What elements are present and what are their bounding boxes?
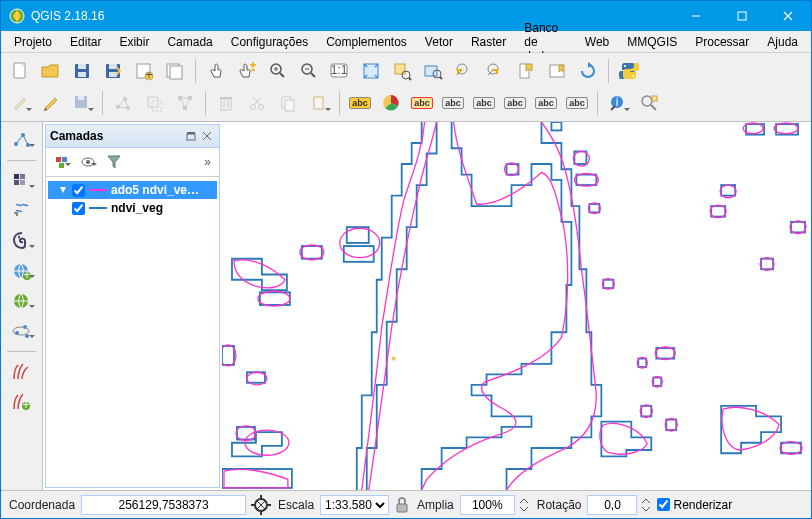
add-wms-button[interactable]: + <box>6 257 38 285</box>
pan-to-selection-button[interactable] <box>232 56 262 86</box>
svg-point-41 <box>116 105 120 109</box>
menu-vetor[interactable]: Vetor <box>416 33 462 51</box>
window-close-button[interactable] <box>765 1 811 31</box>
magnifier-label: Amplia <box>415 498 456 512</box>
rotation-down-icon[interactable] <box>641 505 651 513</box>
menu-projeto[interactable]: Projeto <box>5 33 61 51</box>
menu-web[interactable]: Web <box>576 33 618 51</box>
svg-rect-111 <box>641 406 651 417</box>
scale-lock-icon[interactable] <box>393 496 411 514</box>
layer-name-1: ndvi_veg <box>111 201 163 215</box>
layers-panel-header[interactable]: Camadas <box>46 125 219 148</box>
magnifier-up-icon[interactable] <box>519 497 529 505</box>
new-project-button[interactable] <box>5 56 35 86</box>
new-bookmark-button[interactable] <box>511 56 541 86</box>
menu-exibir[interactable]: Exibir <box>110 33 158 51</box>
map-canvas[interactable] <box>222 122 811 490</box>
add-virtual-layer-button[interactable] <box>6 317 38 345</box>
coord-input[interactable] <box>81 495 246 515</box>
layer-style-button[interactable] <box>50 151 74 173</box>
layer-node-1[interactable]: ndvi_veg <box>48 199 217 217</box>
svg-rect-56 <box>315 98 322 108</box>
svg-rect-94 <box>344 246 374 262</box>
new-print-composer-button[interactable]: + <box>129 56 159 86</box>
label-highlight-button[interactable]: abc <box>407 88 437 118</box>
layer-node-0[interactable]: ado5 ndvi_veg... <box>48 181 217 199</box>
tree-expand-icon[interactable] <box>58 185 68 195</box>
svg-rect-48 <box>220 97 232 99</box>
svg-rect-106 <box>791 222 805 233</box>
rotation-up-icon[interactable] <box>641 497 651 505</box>
show-bookmarks-button[interactable] <box>542 56 572 86</box>
select-features-button[interactable] <box>634 88 664 118</box>
diagram-button[interactable] <box>376 88 406 118</box>
grass-region-button[interactable]: + <box>6 388 38 416</box>
save-as-button[interactable] <box>98 56 128 86</box>
zoom-in-button[interactable] <box>263 56 293 86</box>
svg-point-43 <box>126 106 130 110</box>
svg-rect-107 <box>761 259 773 270</box>
composer-manager-button[interactable] <box>160 56 190 86</box>
layer-symbol-1 <box>89 207 107 209</box>
render-checkbox[interactable] <box>657 498 670 511</box>
python-console-button[interactable] <box>614 56 644 86</box>
layer-expand-button[interactable]: » <box>204 155 215 169</box>
add-wcs-button[interactable] <box>6 287 38 315</box>
pan-button[interactable] <box>201 56 231 86</box>
cut-button <box>242 88 272 118</box>
window-maximize-button[interactable] <box>719 1 765 31</box>
magnifier-down-icon[interactable] <box>519 505 529 513</box>
layer-filter-button[interactable] <box>102 151 126 173</box>
menu-ajuda[interactable]: Ajuda <box>758 33 807 51</box>
svg-rect-110 <box>653 377 661 385</box>
menu-complementos[interactable]: Complementos <box>317 33 416 51</box>
layer-checkbox-1[interactable] <box>72 202 85 215</box>
menu-mmqgis[interactable]: MMQGIS <box>618 33 686 51</box>
menu-camada[interactable]: Camada <box>158 33 221 51</box>
svg-rect-55 <box>313 96 324 110</box>
magnifier-input[interactable] <box>460 495 515 515</box>
grass-tools-button[interactable] <box>6 358 38 386</box>
svg-rect-2 <box>738 12 746 20</box>
zoom-out-button[interactable] <box>294 56 324 86</box>
svg-rect-86 <box>59 163 64 168</box>
zoom-selection-button[interactable] <box>387 56 417 86</box>
svg-point-37 <box>624 65 626 67</box>
zoom-native-button[interactable]: 1:1 <box>325 56 355 86</box>
work-area: + + Camadas » ado5 ndvi_veg... <box>1 122 811 490</box>
mouse-extent-toggle-icon[interactable] <box>250 494 272 516</box>
paste-button <box>304 88 334 118</box>
zoom-next-button[interactable] <box>480 56 510 86</box>
svg-rect-113 <box>781 443 801 454</box>
save-project-button[interactable] <box>67 56 97 86</box>
abc-highlight-icon: abc <box>411 97 433 109</box>
open-project-button[interactable] <box>36 56 66 86</box>
layer-visibility-button[interactable] <box>76 151 100 173</box>
scale-select[interactable]: 1:33.580 <box>320 495 389 515</box>
menu-raster[interactable]: Raster <box>462 33 515 51</box>
rotation-input[interactable] <box>587 495 637 515</box>
refresh-button[interactable] <box>573 56 603 86</box>
zoom-full-button[interactable] <box>356 56 386 86</box>
abc-icon: abc <box>349 97 371 109</box>
menu-editar[interactable]: Editar <box>61 33 110 51</box>
add-postgis-button[interactable] <box>6 227 38 255</box>
panel-close-button[interactable] <box>199 128 215 144</box>
add-raster-layer-button[interactable] <box>6 167 38 195</box>
add-vector-layer-button[interactable] <box>6 126 38 154</box>
layer-checkbox-0[interactable] <box>72 184 85 197</box>
toggle-editing-button[interactable] <box>36 88 66 118</box>
panel-undock-button[interactable] <box>183 128 199 144</box>
svg-rect-7 <box>78 64 86 69</box>
menu-processar[interactable]: Processar <box>686 33 758 51</box>
svg-rect-53 <box>282 97 291 108</box>
render-checkbox-wrap[interactable]: Renderizar <box>657 498 732 512</box>
zoom-layer-button[interactable] <box>418 56 448 86</box>
svg-line-23 <box>311 73 315 77</box>
label-layer-button[interactable]: abc <box>345 88 375 118</box>
add-delimited-text-button[interactable] <box>6 197 38 225</box>
window-minimize-button[interactable] <box>673 1 719 31</box>
menu-configuracoes[interactable]: Configurações <box>222 33 317 51</box>
identify-button[interactable]: i <box>603 88 633 118</box>
zoom-last-button[interactable] <box>449 56 479 86</box>
